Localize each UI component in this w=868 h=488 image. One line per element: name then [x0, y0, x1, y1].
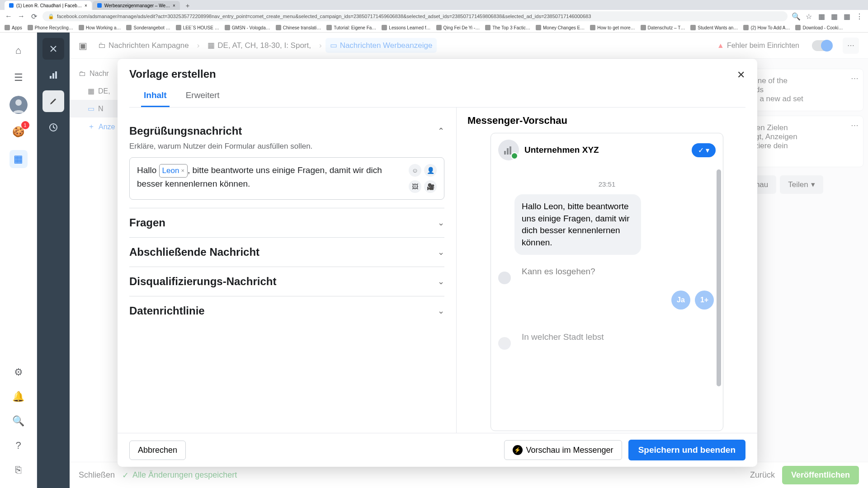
reload-icon[interactable]: ⟳: [30, 12, 38, 20]
svg-rect-2: [50, 76, 52, 79]
section-toggle[interactable]: Begrüßungsnachricht ⌃: [129, 125, 444, 137]
modal-body: Begrüßungsnachricht ⌃ Erkläre, warum Nut…: [118, 108, 757, 433]
bookmark-item[interactable]: Tutorial: Eigene Fa…: [326, 25, 376, 30]
bookmark-icon: [590, 25, 595, 30]
bookmark-item[interactable]: Phone Recycling…: [28, 25, 73, 30]
bookmark-item[interactable]: Qing Fei De Yi -…: [436, 25, 480, 30]
star-icon[interactable]: ☆: [805, 12, 813, 20]
message-bubble: Hallo Leon, bitte beantworte uns einige …: [514, 194, 641, 255]
quick-reply-button[interactable]: Ja: [671, 291, 690, 310]
bookmark-item[interactable]: LEE´S HOUSE …: [176, 25, 219, 30]
image-icon[interactable]: 🖼: [409, 180, 421, 193]
name-chip[interactable]: Leon×: [159, 164, 188, 178]
modal-footer: Abbrechen ⚡ Vorschau im Messenger Speich…: [118, 433, 757, 467]
browser-tab[interactable]: Werbeanzeigenmanager – We…×: [93, 1, 180, 10]
svg-point-1: [15, 99, 22, 106]
cookie-icon[interactable]: 🍪 1: [9, 123, 28, 141]
bookmark-item[interactable]: The Top 3 Factic…: [485, 25, 530, 30]
quick-reply-button[interactable]: 1+: [695, 291, 714, 310]
tab-content[interactable]: Inhalt: [141, 85, 170, 107]
bookmark-item[interactable]: GMSN - Vologda…: [225, 25, 270, 30]
url-input[interactable]: 🔒facebook.com/adsmanager/manage/ads/edit…: [42, 11, 788, 21]
close-icon[interactable]: ×: [173, 3, 175, 8]
form-column: Begrüßungsnachricht ⌃ Erkläre, warum Nut…: [118, 108, 457, 433]
menu-icon[interactable]: ⋮: [855, 12, 863, 20]
extension-icon[interactable]: ▦: [830, 12, 838, 20]
modal-tabs: Inhalt Erweitert: [129, 80, 745, 108]
close-icon[interactable]: ×: [181, 166, 184, 175]
bookmark-icon: [176, 25, 181, 30]
scrollbar[interactable]: [717, 169, 721, 386]
extension-icon[interactable]: ▦: [817, 12, 826, 20]
bookmark-icon: [690, 25, 696, 30]
avatar[interactable]: [9, 96, 28, 114]
close-icon[interactable]: ✕: [733, 67, 749, 83]
close-icon[interactable]: [42, 38, 64, 60]
chart-icon[interactable]: [42, 64, 64, 86]
search-icon[interactable]: 🔍: [9, 412, 28, 430]
bookmark-item[interactable]: (2) How To Add A…: [743, 25, 790, 30]
chevron-down-icon: ▾: [706, 146, 709, 155]
chevron-down-icon: ⌄: [438, 277, 444, 286]
apps-button[interactable]: Apps: [5, 25, 22, 30]
section-toggle[interactable]: Fragen ⌄: [129, 216, 444, 229]
cancel-button[interactable]: Abbrechen: [129, 441, 186, 460]
quick-replies: Ja 1+: [491, 289, 723, 311]
greeting-text: Hallo Leon×, bitte beantworte uns einige…: [137, 164, 404, 190]
bookmark-item[interactable]: Money Changes E…: [536, 25, 585, 30]
help-icon[interactable]: ?: [9, 436, 28, 455]
section-toggle[interactable]: Abschließende Nachricht ⌄: [129, 246, 444, 258]
bookmark-item[interactable]: Student Wants an…: [690, 25, 738, 30]
section-title: Abschließende Nachricht: [129, 246, 259, 258]
new-tab-button[interactable]: ＋: [181, 2, 194, 10]
grid-icon[interactable]: ▦: [9, 150, 28, 168]
section-title: Begrüßungsnachricht: [129, 125, 242, 137]
browser-tab[interactable]: (1) Leon R. Chaudhari | Faceb…×: [5, 1, 92, 10]
back-icon[interactable]: ←: [5, 12, 13, 20]
person-icon[interactable]: 👤: [424, 164, 437, 177]
menu-icon[interactable]: ☰: [9, 69, 28, 87]
gear-icon[interactable]: ⚙: [9, 363, 28, 381]
home-icon[interactable]: ⌂: [9, 42, 28, 60]
collapse-icon[interactable]: ⎘: [9, 461, 28, 479]
address-bar: ← → ⟳ 🔒facebook.com/adsmanager/manage/ad…: [0, 10, 868, 23]
bookmark-icon: [225, 25, 230, 30]
section-toggle[interactable]: Disqualifizierungs-Nachricht ⌄: [129, 275, 444, 288]
bookmark-item[interactable]: Download - Cooki…: [795, 25, 843, 30]
zoom-icon[interactable]: 🔍: [792, 12, 800, 20]
preview-timestamp: 23:51: [491, 180, 723, 188]
greeting-input[interactable]: Hallo Leon×, bitte beantworte uns einige…: [129, 157, 444, 200]
extension-icon[interactable]: ▦: [843, 12, 851, 20]
bookmark-item[interactable]: How Working a…: [79, 25, 121, 30]
section-title: Datenrichtlinie: [129, 305, 205, 317]
preview-messenger-button[interactable]: ⚡ Vorschau im Messenger: [504, 440, 622, 460]
company-avatar: [498, 140, 519, 160]
bookmark-item[interactable]: Datenschutz – T…: [641, 25, 685, 30]
bookmark-item[interactable]: Lessons Learned f…: [382, 25, 430, 30]
close-icon[interactable]: ×: [85, 3, 87, 8]
badge-count: 1: [21, 121, 29, 129]
save-button[interactable]: Speichern und beenden: [628, 440, 745, 460]
section-disqualification: Disqualifizierungs-Nachricht ⌄: [129, 267, 444, 296]
tab-advanced[interactable]: Erweitert: [183, 85, 222, 107]
bookmark-item[interactable]: How to get more…: [590, 25, 635, 30]
history-icon[interactable]: [42, 117, 64, 138]
check-icon: ✓: [698, 146, 704, 155]
message-bubble: Kann es losgehen?: [514, 259, 603, 284]
emoji-icon[interactable]: ☺: [409, 164, 421, 177]
section-greeting: Begrüßungsnachricht ⌃ Erkläre, warum Nut…: [129, 117, 444, 208]
video-icon[interactable]: 🎥: [424, 180, 437, 193]
message-row: Hallo Leon, bitte beantworte uns einige …: [491, 194, 723, 255]
bell-icon[interactable]: 🔔: [9, 388, 28, 406]
section-toggle[interactable]: Datenrichtlinie ⌄: [129, 305, 444, 317]
bookmark-item[interactable]: Sonderangebot …: [126, 25, 170, 30]
bookmark-item[interactable]: Chinese translati…: [276, 25, 321, 30]
ads-manager-rail: [37, 33, 70, 488]
chevron-up-icon: ⌃: [438, 126, 444, 136]
section-policy: Datenrichtlinie ⌄: [129, 296, 444, 325]
svg-rect-4: [55, 71, 57, 79]
lock-icon: 🔒: [48, 14, 54, 19]
bookmark-icon: [79, 25, 84, 30]
pencil-icon[interactable]: [42, 90, 64, 112]
forward-icon[interactable]: →: [17, 12, 25, 20]
